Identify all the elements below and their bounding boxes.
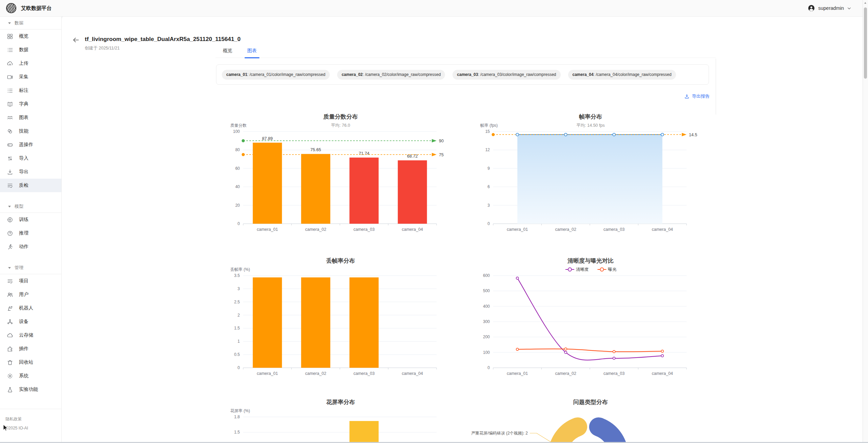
svg-text:清晰度与曝光对比: 清晰度与曝光对比 <box>567 257 614 264</box>
camera-chip-camera_01: camera_01: /camera_01/color/image_raw/co… <box>222 70 330 80</box>
sidebar-item-overview[interactable]: 概览 <box>0 29 61 43</box>
sidebar-section-gap <box>0 192 61 200</box>
username: superadmin <box>818 5 844 11</box>
svg-text:帧率 (fps): 帧率 (fps) <box>480 123 498 128</box>
sidebar-item-label: 数据 <box>19 47 28 53</box>
sidebar-item-export[interactable]: 导出 <box>0 165 61 179</box>
svg-text:camera_01: camera_01 <box>507 227 528 232</box>
sidebar-item-label: 推理 <box>19 230 28 236</box>
sidebar-item-skills[interactable]: 技能 <box>0 124 61 138</box>
project-icon <box>7 278 13 284</box>
sidebar-item-label: 系统 <box>19 373 28 379</box>
camera-topic: : /camera_01/color/image_raw/compressed <box>247 72 325 77</box>
svg-text:camera_04: camera_04 <box>652 371 673 376</box>
svg-text:camera_03: camera_03 <box>603 371 625 376</box>
back-button[interactable] <box>71 35 81 45</box>
charts-grid: 质量分数分布平均: 76.0质量分数020406080100camera_01c… <box>215 112 716 443</box>
train-icon <box>7 217 13 223</box>
sidebar-footer-divider <box>0 409 61 409</box>
svg-text:平均: 14.50 fps: 平均: 14.50 fps <box>576 123 604 128</box>
svg-text:0: 0 <box>487 365 490 370</box>
chart-clarity-exposure: 清晰度与曝光对比0100200300400500600camera_01came… <box>465 256 716 397</box>
camera-topic: : /camera_02/color/image_raw/compressed <box>363 72 441 77</box>
sidebar-item-system[interactable]: 系统 <box>0 369 61 383</box>
sidebar-item-capture[interactable]: 采集 <box>0 70 61 84</box>
sidebar-item-infer[interactable]: 推理 <box>0 226 61 240</box>
download-icon <box>684 94 690 99</box>
sidebar-item-cloud[interactable]: 云存储 <box>0 328 61 342</box>
svg-text:3: 3 <box>237 286 240 291</box>
svg-text:75.65: 75.65 <box>310 147 321 152</box>
svg-text:1.5: 1.5 <box>234 326 240 330</box>
sidebar-item-experiment[interactable]: 实验功能 <box>0 383 61 396</box>
page-scrollbar[interactable] <box>863 0 868 443</box>
sidebar-section-gap <box>0 254 61 262</box>
sidebar-section-model[interactable]: 模型 <box>0 200 61 213</box>
sidebar-item-label: 字典 <box>19 101 28 107</box>
svg-text:camera_02: camera_02 <box>555 227 576 232</box>
chart-corruption-rate: 花屏率分布花屏率 (%)00.30.60.91.21.51.8camera_01… <box>215 397 465 443</box>
sidebar-item-users[interactable]: 用户 <box>0 288 61 301</box>
device-icon <box>7 319 13 325</box>
sidebar-item-upload[interactable]: 上传 <box>0 57 61 70</box>
sidebar-item-label: 回收站 <box>19 359 33 365</box>
sidebar-item-plugin[interactable]: 插件 <box>0 342 61 356</box>
teleop-icon <box>7 142 13 148</box>
infer-icon <box>7 230 13 237</box>
sidebar-item-annotate[interactable]: 标注 <box>0 84 61 97</box>
sidebar-item-qc[interactable]: 质检 <box>0 179 61 192</box>
plugin-icon <box>7 346 13 352</box>
svg-text:71.74: 71.74 <box>359 151 369 156</box>
sidebar-item-action[interactable]: 动作 <box>0 240 61 254</box>
svg-text:300: 300 <box>483 319 490 324</box>
topbar: 艾欧数据平台 superadmin <box>0 0 863 17</box>
tab-charts[interactable]: 图表 <box>247 44 257 58</box>
svg-text:camera_03: camera_03 <box>353 371 375 376</box>
sidebar-item-robot[interactable]: 机器人 <box>0 301 61 315</box>
qc-icon <box>7 182 13 189</box>
sidebar-item-label: 设备 <box>19 319 28 325</box>
svg-text:14.5: 14.5 <box>689 133 697 137</box>
camera-topic: : /camera_04/color/image_raw/compressed <box>594 72 672 77</box>
sidebar-item-data[interactable]: 数据 <box>0 43 61 57</box>
upload-icon <box>7 60 13 67</box>
svg-text:0.5: 0.5 <box>234 352 240 357</box>
skills-icon <box>7 128 13 135</box>
sidebar-section-data[interactable]: 数据 <box>0 17 61 29</box>
sidebar-section-label: 模型 <box>15 203 23 209</box>
sidebar-item-device[interactable]: 设备 <box>0 315 61 328</box>
svg-text:80: 80 <box>235 147 240 152</box>
sidebar-item-recycle[interactable]: 回收站 <box>0 356 61 369</box>
svg-text:camera_02: camera_02 <box>555 371 576 376</box>
sidebar-section-admin[interactable]: 管理 <box>0 262 61 274</box>
sidebar-item-project[interactable]: 项目 <box>0 274 61 288</box>
svg-text:40: 40 <box>235 184 240 189</box>
sidebar-item-import[interactable]: 导入 <box>0 152 61 165</box>
content-right-divider <box>716 59 716 115</box>
sidebar-item-label: 插件 <box>19 346 28 352</box>
svg-text:0: 0 <box>237 365 240 370</box>
sidebar-item-train[interactable]: 训练 <box>0 213 61 226</box>
scrollbar-thumb[interactable] <box>864 7 867 79</box>
camera-name: camera_04 <box>573 72 594 77</box>
tab-overview[interactable]: 概览 <box>223 44 232 58</box>
page-title: tf_livingroom_wipe_table_DualArxR5a_2511… <box>85 36 240 43</box>
sidebar-item-label: 质检 <box>19 182 28 188</box>
svg-text:0: 0 <box>487 221 490 226</box>
sidebar-item-teleop[interactable]: 遥操作 <box>0 138 61 152</box>
camera-chip-panel: camera_01: /camera_01/color/image_raw/co… <box>216 64 709 85</box>
scrollbar-up-arrow-icon[interactable] <box>864 2 866 4</box>
export-report-button[interactable]: 导出报告 <box>684 93 710 99</box>
app-title: 艾欧数据平台 <box>21 5 52 12</box>
charts-icon <box>7 115 13 121</box>
svg-text:1.8: 1.8 <box>234 415 240 419</box>
sidebar-item-label: 概览 <box>19 33 28 39</box>
user-menu[interactable]: superadmin <box>808 0 851 16</box>
camera-chip-camera_03: camera_03: /camera_03/color/image_raw/co… <box>452 70 560 80</box>
collapse-caret-icon <box>8 206 11 207</box>
privacy-policy-link[interactable]: 隐私政策 <box>5 415 28 424</box>
sidebar-item-dictionary[interactable]: 字典 <box>0 97 61 111</box>
svg-text:camera_04: camera_04 <box>402 371 423 376</box>
data-icon <box>7 47 13 53</box>
sidebar-item-charts[interactable]: 图表 <box>0 111 61 124</box>
